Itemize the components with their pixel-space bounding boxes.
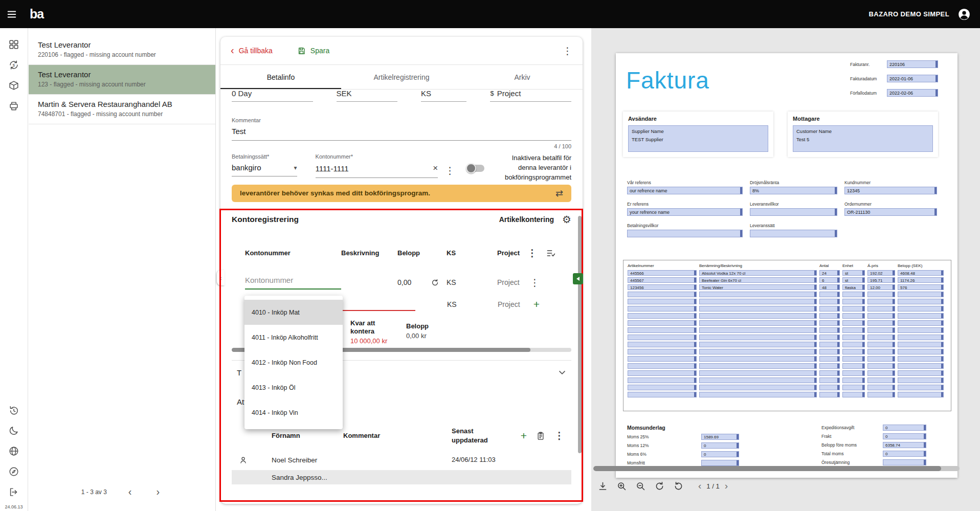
dropdown-option[interactable]: 4013 - Inköp Öl — [244, 375, 343, 400]
invoice-item-cell — [628, 356, 697, 362]
chevron-left-icon: ‹ — [231, 45, 234, 55]
tab-artikelregistrering[interactable]: Artikelregistrering — [341, 65, 462, 89]
invoice-item-cell — [867, 306, 895, 312]
warning-text: leverantörer behöver synkas med ditt bok… — [240, 189, 430, 197]
menu-icon[interactable] — [0, 9, 24, 20]
pdf-toolbar: ‹ 1 / 1 › — [597, 477, 728, 495]
checklist-icon[interactable] — [546, 248, 556, 258]
clipboard-icon[interactable] — [536, 431, 545, 440]
invoice-item-cell — [628, 377, 697, 383]
ks-field[interactable]: KS — [421, 90, 467, 102]
supplier-subtitle: 74848701 - flagged - missing account num… — [38, 110, 206, 118]
invoice-item-cell — [898, 385, 944, 390]
back-button[interactable]: ‹ Gå tillbaka — [231, 46, 273, 55]
kvar-att-kontera-label: Kvar att kontera — [350, 319, 399, 336]
invoice-item-cell: Absolut Vodka 12x 70 cl — [699, 270, 817, 276]
pdf-next-page-icon[interactable]: › — [725, 480, 728, 492]
dropdown-option[interactable]: 4014 - Inköp Vin — [244, 400, 343, 425]
clear-icon[interactable]: × — [433, 163, 438, 173]
page-prev-icon[interactable]: ‹ — [125, 486, 135, 498]
kommentar-input[interactable]: Test — [232, 123, 571, 141]
currency-exchange-icon[interactable]: $ — [4, 55, 24, 75]
attest-name: Sandra Jeppsso... — [272, 474, 343, 481]
invoice-item-cell — [699, 356, 817, 362]
add-attest-icon[interactable]: + — [521, 430, 527, 441]
account-circle-icon[interactable] — [957, 8, 971, 21]
history-icon[interactable] — [4, 400, 24, 420]
toolbar-kebab-icon[interactable]: ⋮ — [563, 46, 572, 56]
printer-icon[interactable] — [4, 96, 24, 116]
invoice-item-cell — [898, 320, 944, 326]
betalfil-toggle[interactable] — [467, 165, 484, 172]
kontonummer-field[interactable]: Kontonummer* 1111-1111 × — [316, 153, 438, 178]
pdf-horizontal-scrollbar[interactable] — [593, 466, 960, 471]
supplier-name: Test Leverantor — [38, 40, 206, 49]
package-icon[interactable] — [4, 75, 24, 96]
dark-mode-icon[interactable] — [4, 420, 24, 441]
ks-cell[interactable]: KS — [447, 300, 498, 308]
dropdown-option[interactable]: 4012 - Inköp Non Food — [244, 350, 343, 375]
invoice-item-cell — [628, 363, 697, 369]
invoice-item-cell — [699, 385, 817, 390]
invoice-items-body: 445566Absolut Vodka 12x 70 cl24st192.024… — [628, 270, 947, 397]
tab-betalinfo[interactable]: Betalinfo — [220, 65, 341, 89]
app-version: 24.06.13 — [5, 504, 23, 509]
ks-cell[interactable]: KS — [447, 278, 497, 286]
betalningssatt-select[interactable]: Betalningssätt* bankgiro ▾ — [232, 153, 297, 176]
currency-field[interactable]: SEK — [337, 90, 397, 102]
dropdown-option[interactable]: 4010 - Inköp Mat — [244, 300, 343, 325]
payment-terms-field[interactable]: 0 Day — [232, 90, 313, 102]
artikelkontering-link[interactable]: Artikelkontering — [499, 215, 554, 224]
supplier-list-item-selected[interactable]: Test Leverantor 123 - flagged - missing … — [29, 65, 215, 95]
invoice-item-cell — [842, 320, 865, 326]
invoice-item-cell — [867, 370, 895, 376]
kontonummer-kebab-icon[interactable]: ⋮ — [445, 166, 455, 175]
person-icon — [232, 456, 272, 464]
page-next-icon[interactable]: › — [153, 486, 163, 498]
collapse-panel-handle[interactable]: ‹ — [217, 270, 225, 285]
pdf-prev-page-icon[interactable]: ‹ — [698, 480, 701, 492]
invoice-item-cell — [819, 306, 840, 312]
row-kebab-icon[interactable]: ⋮ — [530, 278, 540, 287]
invoice-title: Faktura — [626, 66, 709, 94]
download-icon[interactable] — [597, 481, 608, 492]
invoice-item-cell — [628, 313, 697, 319]
dashboard-icon[interactable] — [4, 34, 24, 55]
globe-icon[interactable] — [4, 441, 24, 461]
invoice-item-cell — [628, 292, 697, 297]
project-cell[interactable]: Project — [497, 278, 530, 286]
belopp-value[interactable]: 0,00 — [397, 278, 411, 286]
sync-icon[interactable]: ⇄ — [555, 188, 563, 199]
kontonummer-input[interactable]: Kontonummer — [245, 276, 341, 290]
attest-table-header: Förnamn Kommentar Senast uppdaterad + ⋮ — [232, 427, 571, 445]
sync-warning-banner: leverantörer behöver synkas med ditt bok… — [232, 185, 571, 202]
add-row-icon[interactable]: + — [533, 299, 540, 309]
rotate-ccw-icon[interactable] — [673, 481, 684, 492]
supplier-list-item[interactable]: Test Leverantor 220106 - flagged - missi… — [29, 35, 215, 65]
char-counter: 4 / 100 — [232, 143, 571, 149]
vertical-scrollbar[interactable] — [578, 216, 582, 453]
tab-arkiv[interactable]: Arkiv — [462, 65, 583, 89]
project-field[interactable]: $Project — [490, 90, 571, 102]
refresh-icon[interactable] — [431, 278, 439, 287]
expand-preview-tag[interactable] — [573, 273, 583, 284]
invoice-item-cell: 6 — [819, 277, 840, 283]
explore-icon[interactable] — [4, 461, 24, 482]
invoice-item-cell — [842, 327, 865, 333]
rotate-cw-icon[interactable] — [654, 481, 665, 492]
attest-kebab-icon[interactable]: ⋮ — [554, 431, 564, 440]
konto-header-kebab-icon[interactable]: ⋮ — [527, 248, 537, 258]
zoom-out-icon[interactable] — [635, 481, 646, 492]
project-cell[interactable]: Project — [498, 300, 520, 308]
gear-icon[interactable]: ⚙ — [562, 214, 571, 225]
chevron-down-icon[interactable] — [557, 367, 567, 377]
logout-icon[interactable] — [4, 482, 24, 502]
invoice-item-row — [628, 370, 947, 376]
attest-row[interactable]: Sandra Jeppsso... — [232, 470, 571, 484]
dropdown-option[interactable]: 4011 - Inköp Alkoholfritt — [244, 325, 343, 350]
save-button[interactable]: Spara — [297, 47, 329, 55]
supplier-list-item[interactable]: Martin & Servera Restauranghandel AB 748… — [29, 95, 215, 124]
receiver-value: Customer Name Test 5 — [793, 125, 933, 152]
attest-row[interactable]: Noel Schreiber 24/06/12 11:03 — [232, 453, 571, 467]
zoom-in-icon[interactable] — [616, 481, 627, 492]
